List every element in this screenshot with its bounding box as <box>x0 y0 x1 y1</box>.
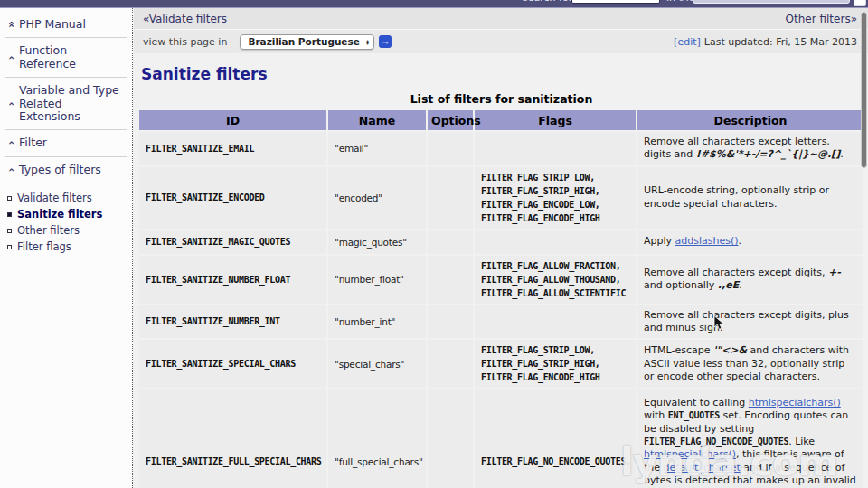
filter-description: Remove all characters except digits, +- … <box>637 256 863 304</box>
table-header-row: ID Name Options Flags Description <box>139 110 863 130</box>
sidebar-item-function-reference[interactable]: ‹ Function Reference <box>5 38 127 78</box>
sidebar-sublinks: Validate filters Sanitize filters Other … <box>5 190 127 255</box>
filter-name: "full_special_chars" <box>328 389 426 488</box>
chevron-up-icon: ‹ <box>5 53 18 62</box>
last-updated-text: Last updated: Fri, 15 Mar 2013 <box>704 36 857 48</box>
filter-options <box>428 230 473 254</box>
text-segment: ENT_QUOTES <box>668 410 720 420</box>
text-segment: Remove all characters except digits, plu… <box>644 309 849 333</box>
sidebar: « PHP Manual ‹ Function Reference ‹ Vari… <box>0 8 133 488</box>
text-segment: and optionally <box>644 279 718 291</box>
text-segment: +- <box>828 267 841 278</box>
edit-link[interactable]: [edit] <box>674 36 701 48</box>
sidebar-item-variable-type-extensions[interactable]: ‹ Variable and Type Related Extensions <box>5 78 127 130</box>
text-segment: !#$%&'*+-/=?^_`{|}~@.[] <box>696 148 840 160</box>
filter-options <box>428 167 473 229</box>
right-arrow-icon: → <box>381 37 390 46</box>
filter-name: "special_chars" <box>328 340 426 388</box>
sanitize-filters-table: List of filters for sanitization ID Name… <box>137 92 865 488</box>
filter-options <box>428 389 473 488</box>
text-segment: . <box>840 148 844 160</box>
filter-flags: FILTER_FLAG_NO_ENCODE_QUOTES, <box>475 389 636 488</box>
text-segment: . <box>739 235 742 247</box>
table-caption: List of filters for sanitization <box>137 92 865 108</box>
sidebar-link-other-filters[interactable]: Other filters <box>7 222 127 239</box>
search-scope-select[interactable] <box>693 0 850 4</box>
filter-flags <box>475 305 636 339</box>
column-header-name: Name <box>328 110 426 130</box>
language-select[interactable]: Brazilian Portuguese ▴▾ <box>240 34 373 50</box>
filter-description: Apply addslashes(). <box>637 230 863 254</box>
table-row: FILTER_SANITIZE_MAGIC_QUOTES "magic_quot… <box>139 230 863 254</box>
filter-options <box>428 132 473 165</box>
filter-id: FILTER_SANITIZE_NUMBER_INT <box>139 305 326 339</box>
filter-id: FILTER_SANITIZE_SPECIAL_CHARS <box>139 340 326 388</box>
prev-page-link[interactable]: «Validate filters <box>143 13 227 25</box>
page-title: Sanitize filters <box>141 65 868 83</box>
column-header-options: Options <box>428 110 473 130</box>
sidebar-link-sanitize-filters[interactable]: Sanitize filters <box>7 206 127 222</box>
select-arrows-icon: ▴▾ <box>366 39 369 45</box>
filter-flags <box>475 132 636 165</box>
vertical-scrollbar-thumb[interactable] <box>861 12 867 168</box>
sidebar-link-validate-filters[interactable]: Validate filters <box>7 190 127 206</box>
chevron-double-up-icon: « <box>5 20 18 29</box>
sidebar-item-filter[interactable]: ‹ Filter <box>5 130 127 156</box>
text-segment: Apply <box>644 235 675 247</box>
chevron-up-icon: ‹ <box>5 138 18 147</box>
text-segment: HTML-escape <box>644 344 713 356</box>
filter-flags: FILTER_FLAG_ALLOW_FRACTION, FILTER_FLAG_… <box>475 256 636 304</box>
text-segment: . Like <box>788 436 815 447</box>
column-header-flags: Flags <box>475 110 636 130</box>
inline-link[interactable]: htmlspecialchars() <box>749 397 841 408</box>
filter-id: FILTER_SANITIZE_NUMBER_FLOAT <box>139 256 326 304</box>
inline-link[interactable]: htmlspecialchars() <box>644 448 736 460</box>
filter-description: Remove all characters except digits, plu… <box>637 305 863 339</box>
table-row: FILTER_SANITIZE_NUMBER_INT "number_int" … <box>139 305 863 339</box>
search-go-button[interactable] <box>854 0 866 6</box>
filter-options <box>428 305 473 339</box>
next-page-link[interactable]: Other filters» <box>786 13 857 25</box>
square-bullet-icon <box>7 229 12 233</box>
square-bullet-icon <box>7 196 12 201</box>
inline-link[interactable]: default_charset <box>664 462 741 474</box>
column-header-id: ID <box>139 110 326 130</box>
text-segment: .,eE <box>718 279 739 291</box>
chevron-up-icon: ‹ <box>5 165 18 174</box>
square-bullet-icon <box>7 212 12 217</box>
change-language-button[interactable]: → <box>379 35 392 48</box>
filter-name: "magic_quotes" <box>328 230 426 254</box>
sidebar-item-types-of-filters[interactable]: ‹ Types of filters <box>5 157 127 183</box>
filter-flags: FILTER_FLAG_STRIP_LOW, FILTER_FLAG_STRIP… <box>475 340 636 388</box>
filter-id: FILTER_SANITIZE_MAGIC_QUOTES <box>139 230 326 254</box>
filter-description: HTML-escape '"<>& and characters with AS… <box>637 340 863 388</box>
column-header-description: Description <box>637 110 863 130</box>
site-search-input[interactable] <box>571 0 660 4</box>
filter-description: Equivalent to calling htmlspecialchars()… <box>637 389 863 488</box>
text-segment: URL-encode string, optionally strip or e… <box>644 184 829 209</box>
filter-id: FILTER_SANITIZE_ENCODED <box>139 167 326 229</box>
text-segment: with <box>644 409 668 421</box>
sidebar-link-filter-flags[interactable]: Filter flags <box>7 239 127 255</box>
chevron-up-icon: ‹ <box>5 99 18 108</box>
square-bullet-icon <box>7 245 12 249</box>
filter-options <box>428 256 473 304</box>
filter-name: "number_int" <box>328 305 426 339</box>
text-segment: FILTER_FLAG_NO_ENCODE_QUOTES <box>644 436 788 446</box>
table-row: FILTER_SANITIZE_ENCODED "encoded" FILTER… <box>139 167 863 229</box>
filter-flags: FILTER_FLAG_STRIP_LOW, FILTER_FLAG_STRIP… <box>475 167 636 229</box>
sidebar-item-php-manual[interactable]: « PHP Manual <box>5 12 127 38</box>
text-segment: '"<>& <box>713 344 747 356</box>
filter-options <box>428 340 473 388</box>
language-bar: view this page in Brazilian Portuguese ▴… <box>134 30 868 53</box>
inline-link[interactable]: addslashes() <box>675 235 739 247</box>
search-for-label: search for <box>523 0 572 4</box>
filter-id: FILTER_SANITIZE_EMAIL <box>139 132 326 165</box>
view-page-in-label: view this page in <box>143 36 227 48</box>
in-the-label: in the <box>666 0 695 4</box>
page-navigation-bar: «Validate filters Other filters» <box>134 8 868 30</box>
text-segment: . <box>739 279 742 291</box>
table-row: FILTER_SANITIZE_SPECIAL_CHARS "special_c… <box>139 340 863 388</box>
filter-name: "email" <box>328 132 426 165</box>
table-row: FILTER_SANITIZE_EMAIL "email" Remove all… <box>139 132 863 165</box>
